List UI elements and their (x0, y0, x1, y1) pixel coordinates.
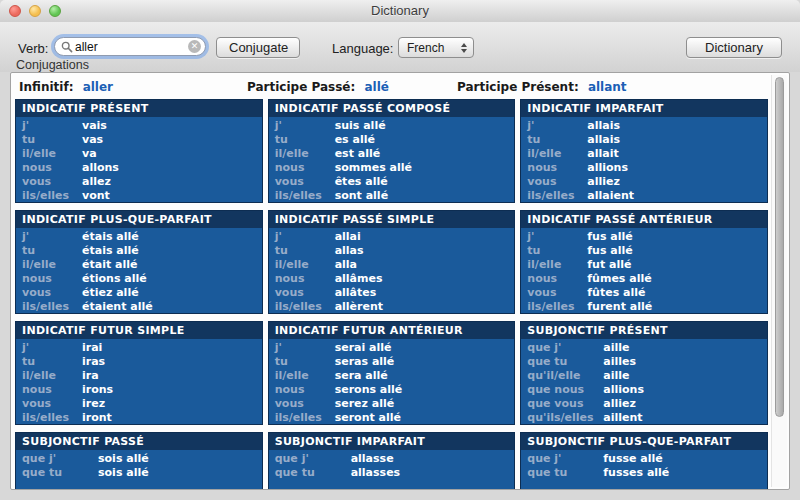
conjugation-row: tuétais allé (16, 244, 262, 258)
table-body: j'fus allétufus alléil/ellefut allénousf… (521, 228, 767, 314)
conjugation-table: INDICATIF PASSÉ SIMPLEj'allaituallasil/e… (268, 210, 516, 314)
pronoun: tu (16, 355, 82, 369)
verb-form: allâtes (335, 286, 377, 300)
pronoun: ils/elles (16, 189, 82, 203)
pronoun: vous (269, 286, 335, 300)
conjugation-row: il/ellesera allé (269, 369, 515, 383)
conjugation-row: tuiras (16, 355, 262, 369)
verb-form: sois allé (98, 466, 149, 480)
pronoun: il/elle (16, 369, 82, 383)
verb-form: suis allé (335, 119, 386, 133)
infinitif-value: aller (83, 80, 113, 94)
pronoun: tu (521, 133, 587, 147)
verb-summary: Infinitif: aller Participe Passé: allé P… (15, 77, 785, 97)
pronoun: que tu (16, 466, 98, 480)
conjugation-row: il/elleva (16, 147, 262, 161)
verb-form: fut allé (587, 258, 631, 272)
search-input[interactable] (73, 40, 188, 54)
verb-form: ira (82, 369, 99, 383)
conjugation-row: il/ellefut allé (521, 258, 767, 272)
verb-form: irez (82, 397, 105, 411)
conjugation-row: tufus allé (521, 244, 767, 258)
verb-form: serons allé (335, 383, 403, 397)
pronoun: il/elle (16, 258, 82, 272)
conjugation-row: que tusois allé (16, 466, 262, 480)
conjugation-row: il/ellealla (269, 258, 515, 272)
minimize-button[interactable] (29, 5, 41, 17)
conjugation-row: vousfûtes allé (521, 286, 767, 300)
pronoun: ils/elles (521, 300, 587, 314)
verb-form: vont (82, 189, 110, 203)
verb-form: aille (603, 369, 629, 383)
conjugation-table: INDICATIF PLUS-QUE-PARFAITj'étais allétu… (15, 210, 263, 314)
magnifier-icon (61, 41, 73, 53)
conjugation-row: tuallas (269, 244, 515, 258)
verb-form: serez allé (335, 397, 395, 411)
verb-form: aille (603, 341, 629, 355)
table-body: j'étais allétuétais alléil/elleétait all… (16, 228, 262, 314)
table-body: que j'sois alléque tusois allé (16, 450, 262, 480)
clear-icon[interactable]: ✕ (188, 40, 201, 53)
pronoun: nous (269, 272, 335, 286)
infinitif-summary: Infinitif: aller (15, 80, 247, 94)
conjugation-row: j'serai allé (269, 341, 515, 355)
conjugation-row: vousétiez allé (16, 286, 262, 300)
conjugation-row: nousallâmes (269, 272, 515, 286)
verb-form: allâmes (335, 272, 383, 286)
conjugation-row: que j'aille (521, 341, 767, 355)
participe-passe-value: allé (364, 80, 388, 94)
verb-form: sera allé (335, 369, 388, 383)
conjugation-table: INDICATIF PASSÉ COMPOSÉj'suis allétues a… (268, 99, 516, 203)
verb-form: allas (335, 244, 364, 258)
conjugate-button[interactable]: Conjugate (216, 37, 300, 58)
pronoun: qu'il/elle (521, 369, 603, 383)
verb-form: fus allé (587, 230, 632, 244)
conjugation-row: ils/ellessont allé (269, 189, 515, 203)
conjugation-row: qu'ils/ellesaillent (521, 411, 767, 425)
close-button[interactable] (9, 5, 21, 17)
zoom-button[interactable] (49, 5, 61, 17)
pronoun: nous (521, 272, 587, 286)
conjugation-table: SUBJONCTIF PLUS-QUE-PARFAITque j'fusse a… (520, 432, 768, 490)
scrollbar-thumb[interactable] (775, 77, 784, 417)
verb-form: êtes allé (335, 175, 388, 189)
participe-passe-summary: Participe Passé: allé (247, 80, 457, 94)
scrollbar-track[interactable] (771, 75, 787, 487)
search-field[interactable]: ✕ (54, 37, 206, 56)
conjugation-row: il/elleétait allé (16, 258, 262, 272)
pronoun: j' (269, 119, 335, 133)
pronoun: ils/elles (521, 189, 587, 203)
conjugation-row: ils/ellesseront allé (269, 411, 515, 425)
conjugation-row: vousêtes allé (269, 175, 515, 189)
verb-form: allons (82, 161, 119, 175)
verb-form: était allé (82, 258, 137, 272)
verb-form: sois allé (98, 452, 149, 466)
dictionary-button[interactable]: Dictionary (686, 37, 782, 58)
table-body: que j'fusse alléque tufusses allé (521, 450, 767, 480)
verb-form: étais allé (82, 244, 139, 258)
verb-form: sommes allé (335, 161, 412, 175)
conjugation-row: tuseras allé (269, 355, 515, 369)
verb-form: iront (82, 411, 112, 425)
pronoun: ils/elles (269, 411, 335, 425)
pronoun: tu (16, 133, 82, 147)
verb-form: fusses allé (603, 466, 669, 480)
verb-form: iras (82, 355, 105, 369)
participe-present-value: allant (588, 80, 627, 94)
conjugation-table: INDICATIF PASSÉ ANTÉRIEURj'fus allétufus… (520, 210, 768, 314)
pronoun: vous (521, 175, 587, 189)
conjugation-row: j'irai (16, 341, 262, 355)
table-title: INDICATIF PASSÉ COMPOSÉ (269, 100, 515, 117)
verb-form: fûmes allé (587, 272, 651, 286)
verb-form: allions (587, 161, 628, 175)
table-title: SUBJONCTIF PRÉSENT (521, 322, 767, 339)
table-body: j'serai allétuseras alléil/ellesera allé… (269, 339, 515, 425)
verb-form: fusse allé (603, 452, 662, 466)
window-title: Dictionary (0, 0, 800, 21)
conjugation-row: j'suis allé (269, 119, 515, 133)
conjugation-row: noussommes allé (269, 161, 515, 175)
language-select[interactable]: French (398, 37, 474, 58)
conjugation-table: SUBJONCTIF IMPARFAITque j'allasseque tua… (268, 432, 516, 490)
verb-form: étais allé (82, 230, 139, 244)
verb-form: allèrent (335, 300, 383, 314)
